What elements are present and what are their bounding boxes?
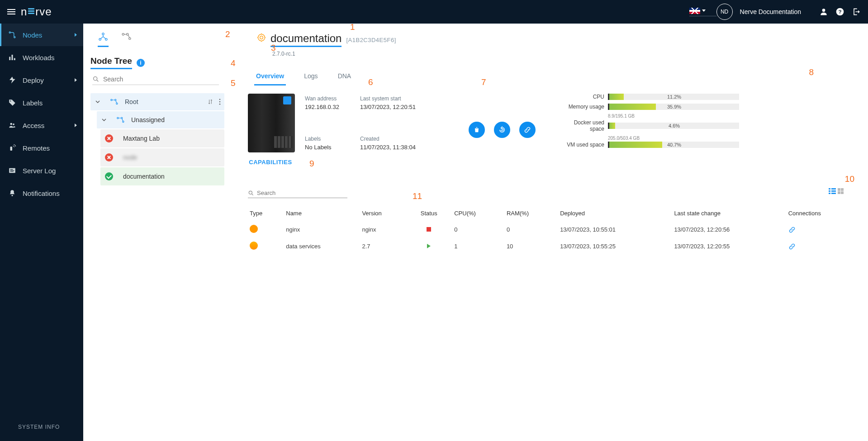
callout: 4: [231, 58, 236, 68]
workload-search-input[interactable]: [257, 190, 347, 196]
table-row[interactable]: data services 2.7 1 10 13/07/2023, 10:55…: [246, 238, 857, 255]
status-offline-icon: [105, 153, 113, 161]
tree-unassigned[interactable]: Unassigned: [97, 111, 224, 128]
metric-label: Docker used space: [563, 119, 604, 132]
status-online-icon: [105, 172, 113, 180]
callout: 1: [350, 24, 355, 32]
tree-node-label: Unassigned: [131, 116, 165, 123]
metric-label: VM used space: [563, 142, 604, 148]
col-header[interactable]: Status: [407, 205, 451, 221]
tree-node-item[interactable]: Maxtang Lab: [100, 129, 224, 147]
tree-search[interactable]: [92, 74, 219, 85]
sidebar-item-deploy[interactable]: Deploy: [0, 69, 83, 91]
sidebar-item-label: Nodes: [23, 31, 42, 39]
cell-changed: 13/07/2023, 12:20:55: [670, 238, 784, 255]
user-avatar[interactable]: ND: [716, 4, 733, 20]
metrics-panel: CPU 11.2% Memory usage 35.9% 8.9/195.1 G…: [563, 94, 739, 166]
callout: 8: [809, 67, 814, 77]
callout: 7: [481, 77, 486, 87]
app-header: n rve ND Nerve Documentation ?: [0, 0, 868, 24]
svg-point-26: [116, 103, 118, 104]
sidebar: Nodes Workloads Deploy Labels Access Rem…: [0, 24, 83, 441]
list-view-button[interactable]: [829, 188, 836, 194]
connect-button[interactable]: [519, 122, 536, 138]
sidebar-item-nodes[interactable]: Nodes: [0, 24, 83, 46]
node-id: [A1B2C3D4E5F6]: [346, 37, 396, 43]
workload-search[interactable]: [248, 188, 347, 198]
access-icon: [8, 121, 18, 129]
col-header[interactable]: Name: [282, 205, 358, 221]
col-header[interactable]: Version: [358, 205, 407, 221]
col-header[interactable]: Deployed: [556, 205, 670, 221]
metric-value: 11.2%: [667, 94, 681, 100]
nodes-icon: [8, 31, 18, 39]
delete-button[interactable]: [469, 122, 485, 138]
collapse-icon[interactable]: [95, 99, 102, 104]
metric-value: 40.7%: [667, 142, 681, 148]
chevron-down-icon: [702, 9, 706, 12]
svg-point-33: [258, 34, 265, 41]
svg-point-34: [260, 36, 263, 39]
reboot-button[interactable]: [494, 122, 510, 138]
tree-node-item[interactable]: node: [100, 148, 224, 166]
node-name: documentation: [270, 32, 342, 47]
info-value: 13/07/2023, 12:20:51: [360, 104, 432, 110]
info-value: 192.168.0.32: [305, 104, 355, 110]
language-selector[interactable]: [689, 8, 716, 16]
tree-view-tab[interactable]: [98, 32, 109, 47]
help-icon[interactable]: ?: [835, 7, 844, 16]
tab-overview[interactable]: Overview: [254, 70, 286, 85]
cell-name: nginx: [282, 221, 358, 238]
logout-icon[interactable]: [852, 7, 861, 16]
menu-toggle-icon[interactable]: [7, 9, 15, 14]
col-header[interactable]: Type: [246, 205, 282, 221]
sidebar-item-notifications[interactable]: Notifications: [0, 182, 83, 204]
user-name: Nerve Documentation: [740, 8, 801, 15]
col-header[interactable]: RAM(%): [503, 205, 556, 221]
info-value: 11/07/2023, 11:38:04: [360, 144, 432, 151]
connections-link[interactable]: [788, 226, 854, 233]
tab-logs[interactable]: Logs: [302, 70, 319, 85]
tree-node-label: documentation: [123, 173, 165, 180]
cell-deployed: 13/07/2023, 10:55:25: [556, 238, 670, 255]
svg-point-29: [219, 104, 221, 105]
table-row[interactable]: nginx nginx 0 0 13/07/2023, 10:55:01 13/…: [246, 221, 857, 238]
svg-point-20: [122, 33, 124, 35]
col-header[interactable]: Last state change: [670, 205, 784, 221]
tree-node-item[interactable]: documentation: [100, 167, 224, 185]
info-label: Created: [360, 136, 432, 142]
list-view-tab[interactable]: [121, 32, 132, 47]
system-info-link[interactable]: SYSTEM INFO: [0, 416, 83, 441]
capabilities-link[interactable]: CAPABILITIES: [246, 159, 295, 166]
tree-search-input[interactable]: [103, 76, 219, 83]
sidebar-item-access[interactable]: Access: [0, 114, 83, 137]
connections-link[interactable]: [788, 243, 854, 250]
sidebar-item-serverlog[interactable]: Server Log: [0, 159, 83, 182]
svg-point-18: [99, 38, 101, 40]
col-header[interactable]: CPU(%): [451, 205, 503, 221]
collapse-icon[interactable]: [101, 117, 109, 123]
sort-icon[interactable]: [207, 99, 213, 105]
svg-point-22: [129, 38, 131, 39]
sidebar-item-label: Workloads: [23, 54, 55, 62]
sidebar-item-labels[interactable]: Labels: [0, 91, 83, 114]
cell-ram: 10: [503, 238, 556, 255]
sidebar-item-workloads[interactable]: Workloads: [0, 46, 83, 69]
col-header[interactable]: Connections: [785, 205, 857, 221]
sidebar-item-remotes[interactable]: Remotes: [0, 137, 83, 159]
profile-icon[interactable]: [819, 7, 828, 16]
tree-root[interactable]: Root: [90, 93, 224, 110]
info-value: No Labels: [305, 144, 355, 151]
svg-point-10: [13, 123, 14, 125]
logo: n rve: [21, 5, 52, 18]
node-tree-panel: Node Tree i Root Unassigned: [83, 24, 228, 441]
tab-dna[interactable]: DNA: [336, 70, 353, 85]
chevron-right-icon: [75, 33, 77, 37]
docker-icon: [250, 225, 258, 233]
more-icon[interactable]: [219, 99, 221, 105]
svg-rect-5: [9, 57, 10, 61]
svg-rect-11: [10, 147, 13, 151]
callout: 10: [845, 174, 854, 184]
grid-view-button[interactable]: [838, 188, 844, 194]
info-icon[interactable]: i: [137, 59, 145, 67]
